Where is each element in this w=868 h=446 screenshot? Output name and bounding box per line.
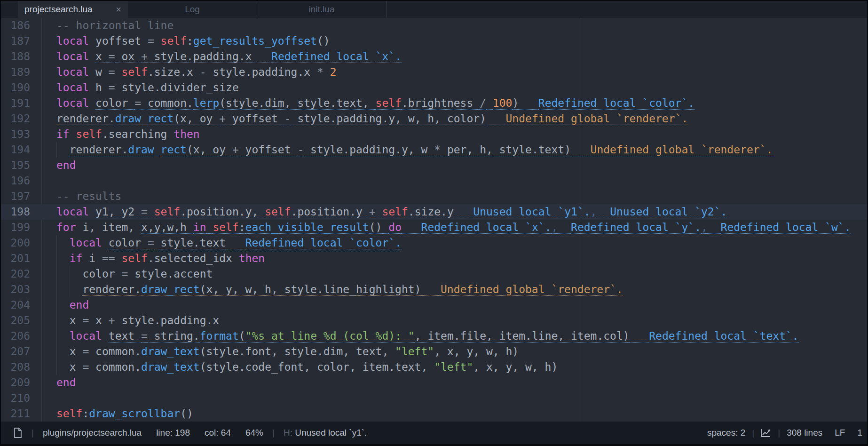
code-token	[89, 50, 95, 63]
code-token	[454, 206, 473, 218]
tab-projectsearch-lua[interactable]: projectsearch.lua×	[18, 1, 128, 18]
close-icon[interactable]: ×	[110, 5, 121, 14]
code-line[interactable]: 205 x = x + style.padding.x	[1, 313, 867, 328]
code-line[interactable]: 198local y1, y2 = self.position.y, self.…	[1, 204, 867, 220]
code-line[interactable]: 200 local color = style.text Redefined l…	[1, 235, 867, 251]
line-number: 211	[1, 406, 30, 422]
code-token	[421, 283, 441, 296]
code-line[interactable]: 193if self.searching then	[1, 127, 867, 142]
code-line[interactable]: 188local x = ox + style.padding.x Redefi…	[1, 49, 867, 64]
code-line[interactable]: 204 end	[1, 297, 867, 313]
status-diagnostic-prefix: H:	[284, 428, 292, 438]
code-token: =	[82, 361, 89, 373]
line-number: 191	[1, 96, 30, 111]
code-line[interactable]: 192renderer.draw_rect(x, oy + yoffset - …	[1, 111, 867, 127]
code-token: per, h, style.text)	[441, 143, 571, 156]
code-line[interactable]: 210	[1, 390, 867, 406]
code-token: ==	[102, 252, 115, 264]
code-token	[206, 221, 213, 234]
code-text: local w = self.size.x - style.padding.x …	[56, 64, 867, 80]
code-text: self:draw_scrollbar()	[56, 406, 867, 422]
code-token: x	[89, 314, 109, 327]
line-number: 200	[1, 235, 30, 251]
code-token: yoffset	[89, 35, 148, 47]
status-indent-mode[interactable]: spaces: 2	[707, 428, 745, 438]
code-editor[interactable]: 186-- horizontal line187local yoffset = …	[1, 18, 867, 422]
code-token	[324, 66, 330, 78]
status-line-ending[interactable]: LF	[835, 428, 845, 438]
code-token	[56, 143, 70, 156]
code-token: .searching	[102, 128, 174, 140]
code-token: -	[284, 112, 291, 125]
code-token: lerp	[193, 97, 219, 110]
code-line[interactable]: 208 x = common.draw_text(style.code_font…	[1, 359, 867, 375]
code-line[interactable]: 202 color = style.accent	[1, 266, 867, 282]
indent-guide	[56, 328, 57, 344]
code-line[interactable]: 186-- horizontal line	[1, 18, 867, 33]
tab-init-lua[interactable]: init.lua	[257, 1, 387, 18]
code-token: , x, y, w, h)	[473, 361, 558, 373]
status-line[interactable]: line: 198	[156, 428, 190, 438]
code-token: local	[56, 35, 89, 47]
code-token: *	[317, 66, 324, 78]
code-token: ,	[552, 221, 558, 234]
code-line[interactable]: 197-- results	[1, 189, 867, 204]
indent-guide	[56, 266, 57, 282]
code-line[interactable]: 211self:draw_scrollbar()	[1, 406, 867, 422]
diagnostic-text: Undefined global `renderer`.	[441, 283, 623, 296]
code-token: end	[70, 299, 89, 311]
code-line[interactable]: 194 renderer.draw_rect(x, oy + yoffset -…	[1, 142, 867, 158]
status-right: spaces: 2 | | 308 lines LF 1	[707, 428, 862, 438]
code-token: yoffset	[226, 112, 284, 125]
code-line[interactable]: 201 if i == self.selected_idx then	[1, 251, 867, 266]
tab-label: init.lua	[309, 4, 335, 15]
chart-line-icon[interactable]	[761, 428, 771, 438]
status-col[interactable]: col: 64	[205, 428, 231, 438]
code-token	[115, 252, 122, 264]
code-token: local	[70, 330, 102, 342]
line-number: 198	[1, 204, 30, 220]
line-number: 188	[1, 49, 30, 64]
indent-guide	[56, 344, 57, 359]
code-token: self	[122, 66, 148, 78]
code-line[interactable]: 189local w = self.size.x - style.padding…	[1, 64, 867, 80]
code-token: :	[239, 221, 245, 234]
line-number: 189	[1, 64, 30, 80]
code-line[interactable]: 206 local text = string.format("%s at li…	[1, 328, 867, 344]
code-line[interactable]: 199for i, item, x,y,w,h in self:each_vis…	[1, 220, 867, 235]
code-line[interactable]: 191local color = common.lerp(style.dim, …	[1, 96, 867, 111]
code-line[interactable]: 203 renderer.draw_rect(x, y, w, h, style…	[1, 282, 867, 297]
code-token: self	[154, 206, 180, 218]
status-left: | plugins/projectsearch.lua line: 198 co…	[13, 427, 707, 438]
status-diagnostic[interactable]: H: Unused local `y1`.	[284, 428, 367, 438]
code-line[interactable]: 195end	[1, 158, 867, 173]
code-line[interactable]: 209end	[1, 375, 867, 390]
code-line[interactable]: 190local h = style.divider_size	[1, 80, 867, 96]
status-line-count[interactable]: 308 lines	[787, 428, 822, 438]
code-token: .selected_idx	[148, 252, 239, 264]
diagnostic-text: Unused local `y1`.	[473, 206, 590, 218]
diagnostic-text: Redefined local `x`.	[271, 50, 402, 63]
diagnostic-text: Redefined local `text`.	[649, 330, 799, 342]
code-text: for i, item, x,y,w,h in self:each_visibl…	[56, 220, 867, 235]
code-token: if	[56, 128, 70, 140]
code-line[interactable]: 187local yoffset = self:get_results_yoff…	[1, 33, 867, 49]
code-token: renderer.	[82, 283, 141, 296]
code-token	[102, 237, 109, 249]
code-token: x	[95, 50, 109, 63]
line-number: 207	[1, 344, 30, 359]
code-token	[154, 35, 161, 47]
code-token: (x, y, w, h, style.line_highlight)	[200, 283, 421, 296]
status-scroll-percent[interactable]: 64%	[245, 428, 263, 438]
code-token: :	[187, 35, 193, 47]
code-token: x	[56, 361, 82, 373]
code-token: self	[376, 97, 402, 110]
code-token	[70, 128, 76, 140]
code-line[interactable]: 196	[1, 173, 867, 189]
code-token: x	[56, 314, 82, 327]
code-line[interactable]: 207 x = common.draw_text(style.font, sty…	[1, 344, 867, 359]
code-token: yoffset	[239, 143, 298, 156]
indent-guide	[56, 251, 57, 266]
tab-log[interactable]: Log	[128, 1, 257, 18]
code-token	[148, 206, 154, 218]
